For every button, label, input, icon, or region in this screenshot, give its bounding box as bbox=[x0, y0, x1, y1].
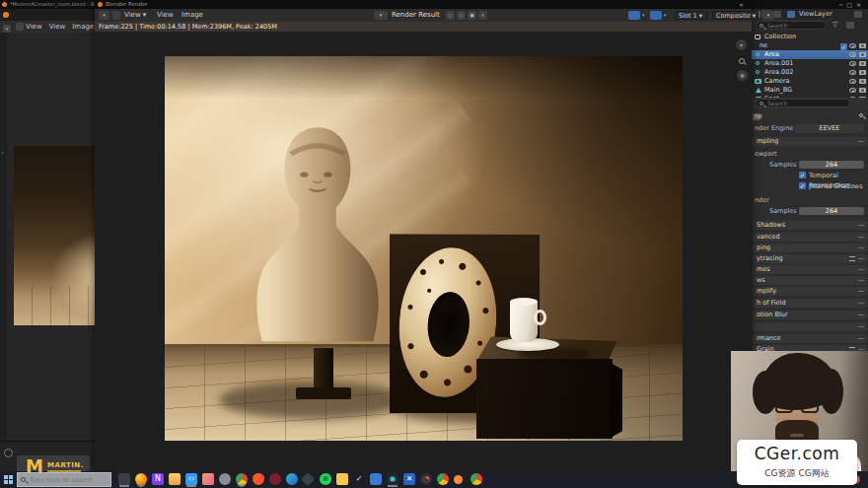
viewport-options-icon[interactable]: ▾ bbox=[736, 39, 747, 50]
dropdown-arrow-icon[interactable]: ▾ bbox=[642, 9, 645, 22]
camera-visibility-icon[interactable] bbox=[859, 52, 866, 57]
section-raytracing[interactable]: ytracing bbox=[753, 254, 867, 263]
camera-visibility-icon[interactable] bbox=[859, 79, 866, 84]
eye-icon[interactable] bbox=[849, 88, 856, 93]
outliner-row[interactable]: Area.002 bbox=[752, 68, 868, 77]
camera-visibility-icon[interactable] bbox=[859, 43, 866, 48]
image-mode-icon[interactable] bbox=[650, 11, 662, 20]
section-depth-of-field[interactable]: h of Field bbox=[753, 299, 867, 308]
taskbar-icon-photos[interactable] bbox=[202, 473, 214, 485]
open-image-icon[interactable]: ▣ bbox=[468, 11, 476, 20]
properties-search[interactable] bbox=[756, 99, 850, 107]
section-shadows[interactable]: Shadows bbox=[753, 221, 867, 230]
taskbar-icon-spotify[interactable]: ≋ bbox=[320, 473, 331, 485]
properties-search-input[interactable] bbox=[767, 100, 847, 106]
taskbar-icon-firefox[interactable] bbox=[135, 473, 147, 485]
image-pin-icon[interactable] bbox=[628, 11, 640, 20]
start-button[interactable] bbox=[4, 475, 8, 479]
camera-visibility-icon[interactable] bbox=[859, 61, 866, 66]
camera-visibility-icon[interactable] bbox=[859, 88, 866, 93]
unlink-datablock-icon[interactable]: × bbox=[478, 11, 487, 20]
eye-icon[interactable] bbox=[849, 43, 856, 48]
taskbar-icon-x-app[interactable]: ✕ bbox=[403, 473, 415, 485]
taskbar-icon-chrome[interactable] bbox=[236, 473, 248, 485]
editor-type-icon[interactable]: ▾ bbox=[99, 11, 109, 20]
taskbar-icon-red-app[interactable] bbox=[269, 473, 281, 485]
display-channels-icon[interactable]: ▾ bbox=[762, 11, 774, 20]
section-advanced[interactable]: vanced bbox=[753, 233, 867, 242]
outliner-row[interactable]: Main_BG bbox=[752, 86, 868, 95]
section-performance[interactable]: rmance bbox=[753, 334, 867, 343]
menu-view-dd[interactable]: View ▾ bbox=[124, 9, 146, 22]
sidebar-toggle-strip[interactable]: › bbox=[0, 33, 7, 441]
sidebar-arrow-icon[interactable]: › bbox=[1, 149, 4, 157]
render-window-titlebar[interactable]: Blender Render × bbox=[95, 0, 752, 9]
filter-icon[interactable]: ▽ bbox=[832, 21, 837, 29]
image-thumb-icon[interactable] bbox=[16, 23, 24, 31]
section-clamping[interactable]: ping bbox=[753, 244, 867, 252]
taskbar-icon-obs[interactable]: ◉ bbox=[387, 473, 398, 485]
taskbar-icon-edge[interactable] bbox=[286, 473, 298, 485]
close-icon[interactable]: × bbox=[739, 0, 744, 9]
unlink-icon[interactable]: ○ bbox=[446, 11, 455, 20]
viewlayer-new-icon[interactable] bbox=[854, 11, 862, 18]
eye-icon[interactable] bbox=[849, 79, 856, 84]
taskbar-icon-todo-check[interactable]: ✓ bbox=[353, 473, 365, 485]
eye-icon[interactable] bbox=[849, 61, 856, 66]
outliner-options-icon[interactable] bbox=[846, 22, 854, 29]
image-datablock-name[interactable]: Render Result bbox=[392, 9, 440, 22]
render-samples-field[interactable]: 264 bbox=[799, 207, 864, 215]
section-volumes[interactable]: mes bbox=[753, 265, 867, 274]
viewport-subheader[interactable]: ewport bbox=[752, 149, 868, 159]
checkbox-checked[interactable]: ✓ bbox=[799, 172, 806, 178]
dropdown-arrow-icon[interactable]: ▾ bbox=[664, 9, 667, 22]
blender-menu-icon[interactable] bbox=[3, 12, 9, 18]
outliner-row-selected[interactable]: Area bbox=[752, 50, 868, 59]
menu-image[interactable]: Image bbox=[181, 9, 203, 22]
maximize-icon[interactable]: □ bbox=[846, 1, 856, 8]
taskbar-icon-brave[interactable] bbox=[253, 473, 264, 485]
close-icon[interactable]: × bbox=[856, 1, 865, 8]
taskbar-icon-diamond-app[interactable] bbox=[301, 472, 315, 486]
fake-user-icon[interactable]: ○ bbox=[457, 11, 466, 20]
section-simplify[interactable]: mplify bbox=[753, 287, 867, 296]
taskbar-icon-blue-app[interactable] bbox=[370, 473, 382, 485]
taskbar-icon-purple-app[interactable]: N bbox=[152, 473, 164, 485]
checkbox-checked[interactable]: ✓ bbox=[799, 182, 806, 189]
editor-type-icon[interactable]: ▾ bbox=[3, 25, 11, 33]
outliner-row-collection[interactable]: Collection bbox=[752, 33, 868, 41]
taskbar-icon-orange-app[interactable] bbox=[454, 475, 463, 484]
outliner-search[interactable] bbox=[756, 21, 827, 30]
slot-select[interactable]: Slot 1 ▾ bbox=[675, 11, 708, 20]
pass-select[interactable]: Composite ▾ bbox=[712, 11, 759, 20]
outliner-search-input[interactable] bbox=[767, 22, 824, 29]
menu-image[interactable]: Image bbox=[72, 23, 94, 31]
taskbar-icon-file-explorer[interactable] bbox=[169, 473, 181, 485]
outliner-row[interactable]: Camera bbox=[752, 77, 868, 86]
rendered-image[interactable] bbox=[165, 56, 683, 441]
section-curves[interactable]: ws bbox=[753, 276, 867, 285]
taskbar-icon-gauge[interactable]: ◔ bbox=[420, 473, 432, 485]
taskbar-icon-sticky-notes[interactable] bbox=[336, 473, 348, 485]
render-engine-select[interactable]: EEVEE bbox=[795, 124, 864, 133]
viewlayer-icon[interactable] bbox=[787, 11, 795, 18]
section-sampling[interactable]: mpling bbox=[753, 137, 867, 146]
taskbar-icon-chrome-3[interactable] bbox=[470, 473, 482, 485]
section-motion-blur[interactable]: otion Blur bbox=[753, 311, 867, 319]
camera-visibility-icon[interactable] bbox=[859, 70, 866, 75]
menu-view[interactable]: View bbox=[49, 23, 66, 31]
image-browse-icon[interactable]: ▾ bbox=[374, 11, 388, 20]
collection-checkbox[interactable]: ✓ bbox=[840, 43, 847, 50]
preset-icon[interactable] bbox=[849, 256, 855, 261]
eye-icon[interactable] bbox=[849, 70, 856, 75]
eye-icon[interactable] bbox=[849, 52, 856, 57]
section-film[interactable] bbox=[753, 322, 867, 331]
taskbar-icon-gray-app[interactable] bbox=[219, 473, 231, 485]
menu-view[interactable]: View bbox=[157, 9, 174, 22]
pan-hand-icon[interactable]: ✾ bbox=[737, 70, 748, 81]
menu-view-dd[interactable]: View bbox=[26, 23, 42, 31]
viewlayer-name[interactable]: ViewLayer bbox=[799, 9, 832, 19]
taskbar-icon-chrome-2[interactable] bbox=[437, 473, 449, 485]
render-subheader[interactable]: nder bbox=[752, 195, 868, 205]
pin-icon[interactable] bbox=[859, 113, 863, 117]
